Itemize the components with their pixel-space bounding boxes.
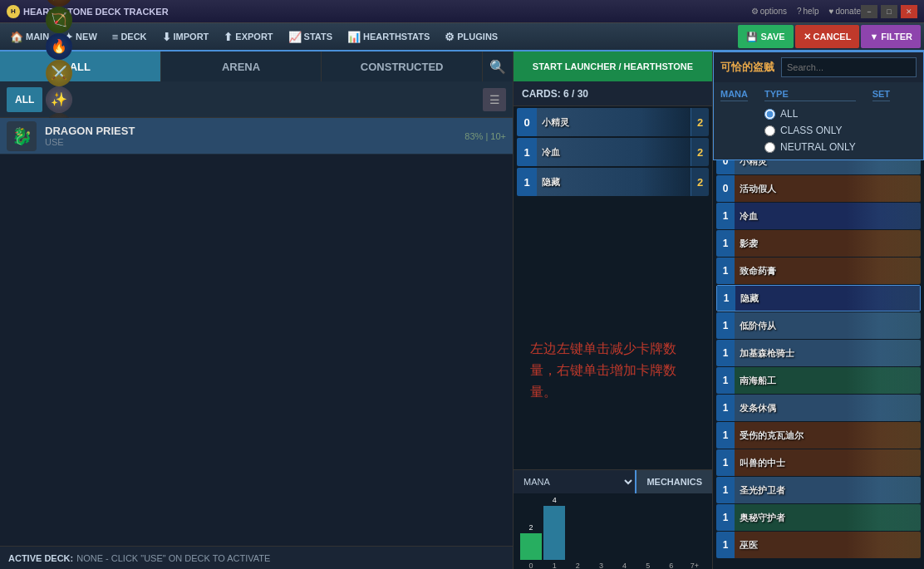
chart-bar-label: 4 bbox=[622, 562, 627, 569]
cancel-icon: ✕ bbox=[804, 32, 811, 42]
filter-radio-neutral-label: NEUTRAL ONLY bbox=[780, 141, 856, 153]
deck-card-item[interactable]: 1 隐藏 2 bbox=[517, 168, 709, 196]
browser-card-art bbox=[879, 367, 921, 394]
filter-button[interactable]: ▼ FILTER bbox=[861, 25, 921, 48]
card-background: 冷血 bbox=[537, 138, 691, 166]
browser-card-item[interactable]: 1 冷血 bbox=[716, 203, 921, 229]
mana-header: MANA MECHANICS bbox=[514, 470, 712, 493]
launcher-bar[interactable]: START LAUNCHER / HEARTHSTONE bbox=[514, 52, 712, 81]
browser-card-item[interactable]: 1 巫医 bbox=[716, 532, 921, 558]
browser-card-item[interactable]: 1 受伤的克瓦迪尔 bbox=[716, 422, 921, 449]
browser-card-name: 巫医 bbox=[740, 539, 758, 552]
filter-radio-all[interactable]: ALL bbox=[764, 108, 856, 120]
deck-card-item[interactable]: 1 冷血 2 bbox=[517, 138, 709, 166]
mid-panel: START LAUNCHER / HEARTHSTONE CARDS: 6 / … bbox=[514, 52, 713, 569]
browser-card-cost: 1 bbox=[716, 312, 735, 339]
tab-search-button[interactable]: 🔍 bbox=[483, 52, 513, 81]
class-icon-hunter[interactable]: 🏹 bbox=[46, 7, 72, 33]
chart-bar-value: 2 bbox=[529, 523, 533, 532]
chart-bar-group: 41 bbox=[543, 503, 565, 569]
browser-card-item[interactable]: 1 叫兽的中士 bbox=[716, 449, 921, 476]
import-button[interactable]: ⬇ IMPORT bbox=[155, 25, 216, 48]
browser-card-cost: 1 bbox=[716, 203, 735, 229]
browser-card-body: 圣光护卫者 bbox=[735, 477, 921, 503]
minimize-button[interactable]: − bbox=[861, 5, 877, 18]
class-icon-mage[interactable]: 🔥 bbox=[46, 33, 72, 60]
deck-row[interactable]: 🐉 DRAGON PRIEST USE 83% | 10+ bbox=[0, 118, 513, 155]
cards-count: CARDS: 6 / 30 bbox=[522, 88, 588, 100]
browser-card-cost: 1 bbox=[716, 230, 735, 257]
titlebar-options: ⚙ options ? help ♥ donate bbox=[751, 7, 861, 16]
browser-card-item[interactable]: 1 影袭 bbox=[716, 230, 921, 257]
browser-card-art bbox=[878, 285, 920, 311]
browser-card-item[interactable]: 1 隐藏 bbox=[716, 285, 921, 311]
browser-card-item[interactable]: 1 致命药膏 bbox=[716, 258, 921, 284]
donate-link[interactable]: ♥ donate bbox=[828, 7, 861, 16]
filter-radio-class[interactable]: CLASS ONLY bbox=[764, 125, 856, 136]
deck-button[interactable]: ≡ DECK bbox=[106, 25, 154, 48]
deck-info: DRAGON PRIEST USE bbox=[45, 125, 464, 147]
browser-card-art bbox=[879, 340, 921, 366]
plugins-icon: ⚙ bbox=[445, 31, 455, 43]
plugins-button[interactable]: ⚙ PLUGINS bbox=[438, 25, 504, 48]
deck-card-item[interactable]: 0 小精灵 2 bbox=[517, 108, 709, 136]
class-icon-paladin[interactable]: ⚔️ bbox=[46, 60, 72, 86]
filter-radio-class-input[interactable] bbox=[764, 125, 775, 136]
browser-card-cost: 1 bbox=[716, 395, 735, 421]
chart-bar-label: 6 bbox=[669, 562, 673, 569]
browser-card-item[interactable]: 1 圣光护卫者 bbox=[716, 477, 921, 503]
browser-card-body: 活动假人 bbox=[735, 175, 921, 202]
hearthstats-icon: 📊 bbox=[347, 31, 361, 43]
export-button[interactable]: ⬆ EXPORT bbox=[217, 25, 279, 48]
view-toggle-button[interactable]: ☰ bbox=[483, 88, 506, 111]
browser-card-name: 受伤的克瓦迪尔 bbox=[740, 429, 804, 442]
class-icon-priest[interactable]: ✨ bbox=[46, 86, 72, 113]
chart-bar: 4 bbox=[543, 506, 565, 560]
filter-search-input[interactable] bbox=[781, 57, 917, 77]
stats-button[interactable]: 📈 STATS bbox=[282, 25, 339, 48]
left-panel: ALL ARENA CONSTRUCTED 🔍 ALL 🌿🏹🔥⚔️✨🗡️⚡☠️🛡… bbox=[0, 52, 514, 569]
mana-chart: 2041234567+ bbox=[514, 493, 712, 569]
browser-card-item[interactable]: 1 南海船工 bbox=[716, 367, 921, 394]
maximize-button[interactable]: □ bbox=[881, 5, 897, 18]
hearthstats-button[interactable]: 📊 HEARTHSTATS bbox=[341, 25, 436, 48]
filter-radio-neutral[interactable]: NEUTRAL ONLY bbox=[764, 141, 856, 153]
browser-card-item[interactable]: 1 发条休偶 bbox=[716, 395, 921, 421]
save-button[interactable]: 💾 SAVE bbox=[738, 25, 793, 48]
card-name: 冷血 bbox=[537, 146, 560, 159]
browser-card-art bbox=[879, 312, 921, 339]
chart-bar-group: 6 bbox=[661, 503, 682, 569]
browser-card-item[interactable]: 1 加基森枪骑士 bbox=[716, 340, 921, 366]
close-button[interactable]: ✕ bbox=[901, 5, 917, 18]
browser-card-item[interactable]: 1 奥秘守护者 bbox=[716, 504, 921, 531]
class-icon-druid[interactable]: 🌿 bbox=[46, 0, 72, 7]
deck-card-list: 0 小精灵 2 1 冷血 2 1 隐藏 2 bbox=[514, 106, 712, 272]
tab-all[interactable]: ALL bbox=[0, 52, 161, 81]
tab-arena[interactable]: ARENA bbox=[161, 52, 322, 81]
browser-card-cost: 0 bbox=[716, 175, 735, 202]
browser-card-art bbox=[879, 258, 921, 284]
cards-header: CARDS: 6 / 30 bbox=[514, 81, 712, 106]
help-link[interactable]: ? help bbox=[797, 7, 818, 16]
browser-card-body: 发条休偶 bbox=[735, 395, 921, 421]
right-panel: 可恰的盗贼 MANA TYPE ALL CLASS ONLY bbox=[713, 52, 924, 569]
browser-card-body: 巫医 bbox=[735, 532, 921, 558]
browser-card-name: 隐藏 bbox=[740, 292, 759, 305]
class-filter-bar: ALL 🌿🏹🔥⚔️✨🗡️⚡☠️🛡️ ☰ bbox=[0, 81, 513, 118]
stats-icon: 📈 bbox=[288, 31, 302, 43]
filter-radio-neutral-input[interactable] bbox=[764, 142, 775, 153]
browser-card-item[interactable]: 1 低阶侍从 bbox=[716, 312, 921, 339]
main-toolbar: 🏠 MAIN ✦ NEW ≡ DECK ⬇ IMPORT ⬆ EXPORT 📈 … bbox=[0, 23, 924, 52]
instructions-text: 左边左键单击减少卡牌数量，右键单击增加卡牌数量。 bbox=[530, 338, 695, 402]
browser-card-name: 影袭 bbox=[740, 238, 758, 250]
class-all-button[interactable]: ALL bbox=[7, 87, 42, 112]
chart-bar-group: 20 bbox=[520, 503, 542, 569]
tab-constructed[interactable]: CONSTRUCTED bbox=[322, 52, 483, 81]
launcher-label: START LAUNCHER / HEARTHSTONE bbox=[533, 61, 693, 71]
browser-card-item[interactable]: 0 活动假人 bbox=[716, 175, 921, 202]
mechanics-button[interactable]: MECHANICS bbox=[635, 470, 712, 493]
cancel-button[interactable]: ✕ CANCEL bbox=[795, 25, 860, 48]
mana-select[interactable]: MANA bbox=[514, 470, 635, 493]
options-link[interactable]: ⚙ options bbox=[751, 7, 787, 16]
filter-radio-all-input[interactable] bbox=[764, 109, 775, 120]
